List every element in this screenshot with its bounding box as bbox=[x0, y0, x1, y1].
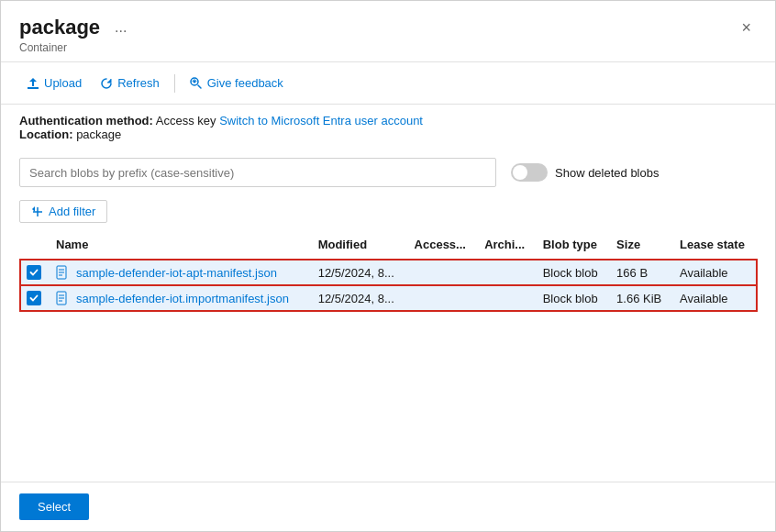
row-filename: sample-defender-iot-apt-manifest.json bbox=[76, 266, 277, 280]
table-row[interactable]: sample-defender-iot.importmanifest.json … bbox=[20, 285, 757, 311]
col-size: Size bbox=[609, 230, 672, 260]
toggle-container: Show deleted blobs bbox=[511, 163, 659, 182]
row-modified: 12/5/2024, 8... bbox=[311, 285, 407, 311]
modal-title: package bbox=[19, 16, 100, 39]
checkbox[interactable] bbox=[27, 291, 41, 305]
file-icon bbox=[56, 291, 69, 305]
upload-icon bbox=[27, 77, 39, 90]
col-checkbox bbox=[20, 230, 49, 260]
row-modified: 12/5/2024, 8... bbox=[311, 260, 407, 286]
ellipsis-button[interactable]: ... bbox=[109, 17, 132, 38]
svg-rect-0 bbox=[28, 87, 39, 89]
row-blobtype: Block blob bbox=[536, 285, 609, 311]
row-access bbox=[407, 285, 478, 311]
refresh-label: Refresh bbox=[117, 76, 160, 90]
row-size: 1.66 KiB bbox=[609, 285, 672, 311]
row-archive bbox=[477, 260, 536, 286]
filter-section: Add filter bbox=[1, 194, 775, 230]
col-access: Access... bbox=[407, 230, 478, 260]
modal-header: package ... × Container bbox=[1, 1, 775, 62]
upload-button[interactable]: Upload bbox=[19, 72, 89, 94]
col-modified: Modified bbox=[311, 230, 407, 260]
feedback-button[interactable]: Give feedback bbox=[183, 72, 291, 94]
row-leasestate: Available bbox=[672, 260, 757, 286]
col-archive: Archi... bbox=[477, 230, 536, 260]
row-access bbox=[407, 260, 478, 286]
feedback-label: Give feedback bbox=[207, 76, 283, 90]
modal-container: package ... × Container Upload Refresh bbox=[0, 0, 776, 532]
close-button[interactable]: × bbox=[736, 17, 757, 39]
row-name: sample-defender-iot-apt-manifest.json bbox=[49, 260, 311, 286]
checkbox[interactable] bbox=[27, 265, 41, 280]
modal-subtitle: Container bbox=[19, 41, 757, 54]
location-label: Location: bbox=[19, 127, 73, 141]
add-filter-label: Add filter bbox=[49, 205, 95, 218]
location-value: package bbox=[76, 127, 121, 141]
row-checkbox-cell bbox=[20, 260, 49, 286]
add-filter-button[interactable]: Add filter bbox=[19, 200, 107, 223]
row-name: sample-defender-iot.importmanifest.json bbox=[49, 285, 311, 311]
row-filename: sample-defender-iot.importmanifest.json bbox=[76, 292, 289, 305]
blobs-table: Name Modified Access... Archi... Blob ty… bbox=[19, 230, 757, 311]
refresh-icon bbox=[100, 77, 113, 90]
row-leasestate: Available bbox=[672, 285, 757, 311]
row-checkbox-cell bbox=[20, 285, 49, 311]
toolbar-divider bbox=[174, 74, 175, 93]
auth-label: Authentication method: bbox=[19, 114, 153, 127]
col-blobtype: Blob type bbox=[536, 230, 609, 260]
auth-link[interactable]: Switch to Microsoft Entra user account bbox=[219, 114, 423, 127]
table-section: Name Modified Access... Archi... Blob ty… bbox=[1, 230, 775, 482]
search-section: Show deleted blobs bbox=[1, 150, 775, 194]
info-section: Authentication method: Access key Switch… bbox=[1, 105, 775, 150]
toggle-knob bbox=[513, 165, 527, 180]
row-archive bbox=[477, 285, 536, 311]
row-size: 166 B bbox=[609, 260, 672, 286]
search-input[interactable] bbox=[19, 158, 496, 187]
table-row[interactable]: sample-defender-iot-apt-manifest.json 12… bbox=[20, 260, 757, 286]
select-button[interactable]: Select bbox=[19, 493, 89, 520]
col-name: Name bbox=[49, 230, 311, 260]
feedback-icon bbox=[190, 77, 203, 90]
auth-value: Access key bbox=[156, 114, 219, 127]
show-deleted-label: Show deleted blobs bbox=[555, 166, 659, 180]
add-filter-icon bbox=[31, 205, 44, 218]
file-icon bbox=[56, 265, 69, 280]
svg-point-2 bbox=[193, 80, 195, 83]
row-blobtype: Block blob bbox=[536, 260, 609, 286]
col-leasestate: Lease state bbox=[672, 230, 757, 260]
toolbar: Upload Refresh Give feedback bbox=[1, 62, 775, 105]
modal-footer: Select bbox=[1, 482, 775, 531]
show-deleted-toggle[interactable] bbox=[511, 163, 548, 182]
upload-label: Upload bbox=[44, 76, 82, 90]
refresh-button[interactable]: Refresh bbox=[93, 72, 167, 94]
